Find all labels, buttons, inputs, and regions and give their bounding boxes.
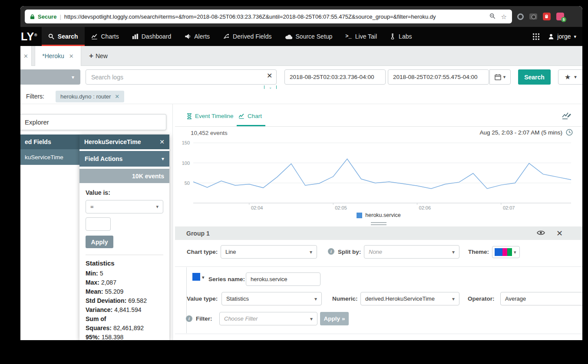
search-button[interactable]: Search xyxy=(518,69,551,85)
apply-series-button[interactable]: Apply » xyxy=(320,312,349,325)
derived-fields-icon xyxy=(223,33,229,39)
saved-searches-button[interactable]: ★ ▾ xyxy=(558,69,582,85)
source-group-dropdown[interactable]: ▾ xyxy=(20,69,80,85)
divider xyxy=(175,334,582,334)
chart-legend[interactable]: heroku.service xyxy=(175,212,582,218)
value-type-select[interactable]: Statistics ▾ xyxy=(221,292,322,305)
series-color-swatch[interactable] xyxy=(192,273,200,281)
chevron-down-icon: ▾ xyxy=(314,296,317,302)
field-actions-label: Field Actions xyxy=(85,155,122,162)
info-icon[interactable]: i xyxy=(186,315,192,322)
filter-select[interactable]: Choose Filter ▾ xyxy=(219,312,317,325)
url-field[interactable]: Secure | https://devspotlight.loggly.com… xyxy=(25,10,512,23)
tab-event-timeline[interactable]: Event Timeline xyxy=(187,113,234,119)
eye-icon[interactable] xyxy=(537,230,545,237)
field-explorer-search[interactable]: Explorer xyxy=(20,114,166,130)
nav-item-derived-fields[interactable]: Derived Fields xyxy=(216,27,278,46)
info-icon[interactable]: i xyxy=(328,248,334,255)
date-range-picker-button[interactable]: ▾ xyxy=(489,69,511,85)
search-input[interactable] xyxy=(86,69,277,85)
nav-item-dashboard[interactable]: Dashboard xyxy=(126,27,178,46)
nav-item-charts[interactable]: Charts xyxy=(85,27,126,46)
value-input[interactable] xyxy=(86,217,111,231)
chevron-down-icon[interactable]: ▾ xyxy=(202,275,205,280)
tabs-divider xyxy=(175,126,582,127)
chevron-down-icon: ▾ xyxy=(310,249,312,255)
apply-filter-button[interactable]: Apply xyxy=(86,236,113,248)
legend-label: heroku.service xyxy=(365,212,400,218)
svg-text:02:04: 02:04 xyxy=(251,205,263,210)
theme-select[interactable]: ▾ xyxy=(492,246,520,258)
apps-grid-icon[interactable] xyxy=(533,33,539,40)
nav-item-labs[interactable]: Labs xyxy=(383,27,418,46)
plus-icon: + xyxy=(89,52,93,60)
explorer-text: Explorer xyxy=(25,118,49,126)
extension-icons: 5 xyxy=(517,13,564,20)
nav-item-live-tail[interactable]: >_ Live Tail xyxy=(339,27,383,46)
clear-search-icon[interactable]: ✕ xyxy=(267,72,272,79)
filter-chip-text: heroku.dyno : router xyxy=(60,93,111,100)
zoom-icon[interactable] xyxy=(489,13,496,20)
lock-icon xyxy=(30,14,35,20)
value-type-label: Value type: xyxy=(187,295,218,302)
new-tab-label: New xyxy=(96,52,108,59)
loggly-logo[interactable]: LY® xyxy=(20,30,42,43)
workspace-tab-partial[interactable]: ✕ xyxy=(20,46,32,66)
close-icon[interactable]: ✕ xyxy=(159,138,165,145)
line-chart-icon xyxy=(91,33,98,39)
nav-item-source-setup[interactable]: Source Setup xyxy=(278,27,339,46)
close-icon[interactable]: ✕ xyxy=(23,53,28,59)
filters-label: Filters: xyxy=(26,93,44,100)
chevron-down-icon: ▾ xyxy=(162,156,164,161)
nav-label: Search xyxy=(58,33,78,40)
star-icon: ★ xyxy=(565,73,571,81)
browser-window: Secure | https://devspotlight.loggly.com… xyxy=(20,6,582,340)
chart-export-icon[interactable] xyxy=(562,111,571,121)
operator-select[interactable]: = ▾ xyxy=(86,200,163,213)
field-list-item-herokuservicetime[interactable]: kuServiceTime xyxy=(20,149,79,165)
numeric-select[interactable]: derived.HerokuServiceTime ▾ xyxy=(360,292,459,305)
tab-chart[interactable]: Chart xyxy=(238,113,262,119)
nav-label: Live Tail xyxy=(355,33,377,40)
field-label: kuServiceTime xyxy=(25,154,63,161)
workspace-tab-heroku[interactable]: *Heroku ✕ xyxy=(35,46,81,66)
events-count-bar: 10K events xyxy=(79,169,169,183)
stat-std-deviation: Std Deviation:69.582 xyxy=(86,296,163,305)
chart-type-select[interactable]: Line ▾ xyxy=(221,245,317,259)
url-separator: | xyxy=(59,13,61,20)
theme-swatch-blue xyxy=(495,248,502,256)
derived-fields-section-header[interactable]: ed Fields xyxy=(20,134,79,149)
svg-text:150: 150 xyxy=(182,140,190,145)
date-to-input[interactable] xyxy=(388,69,489,85)
time-range: Aug 25, 2:03 - 2:07 AM (5 mins) xyxy=(479,129,573,136)
nav-item-search[interactable]: Search xyxy=(42,27,85,46)
close-icon[interactable]: ✕ xyxy=(69,53,74,59)
adblock-hand-icon[interactable] xyxy=(543,13,551,20)
operator-value: = xyxy=(90,203,94,210)
nav-item-alerts[interactable]: Alerts xyxy=(178,27,216,46)
panel-resize-handle[interactable] xyxy=(371,221,386,226)
new-tab-button[interactable]: + New xyxy=(89,46,108,66)
extension-pink-icon[interactable]: 5 xyxy=(556,13,564,20)
chevron-down-icon: ▾ xyxy=(452,296,455,302)
bookmark-star-icon[interactable]: ☆ xyxy=(501,13,507,20)
close-group-icon[interactable]: ✕ xyxy=(556,230,563,237)
extension-donut-icon[interactable] xyxy=(517,13,524,20)
tab-label: Event Timeline xyxy=(195,113,234,119)
remove-filter-icon[interactable]: ✕ xyxy=(115,93,119,100)
filter-chip[interactable]: heroku.dyno : router ✕ xyxy=(56,91,124,102)
megaphone-icon xyxy=(184,33,191,39)
split-by-select[interactable]: None ▾ xyxy=(364,245,459,259)
operator-select[interactable]: Average ▾ xyxy=(500,292,582,305)
group-header: Group 1 ✕ xyxy=(175,226,582,240)
series-name-input[interactable] xyxy=(246,272,320,286)
clock-icon[interactable] xyxy=(566,129,573,136)
tab-label: Chart xyxy=(248,113,262,119)
extension-camera-icon[interactable] xyxy=(529,13,537,20)
date-from-input[interactable] xyxy=(284,69,386,85)
filter-label: Filter: xyxy=(196,315,212,322)
user-menu[interactable]: jorge ▾ xyxy=(548,33,576,40)
stat-sum-of-squares: Sum of Squares:82,461,892 xyxy=(86,315,163,333)
field-actions-dropdown[interactable]: Field Actions ▾ xyxy=(79,151,169,167)
hourglass-icon xyxy=(187,113,192,119)
